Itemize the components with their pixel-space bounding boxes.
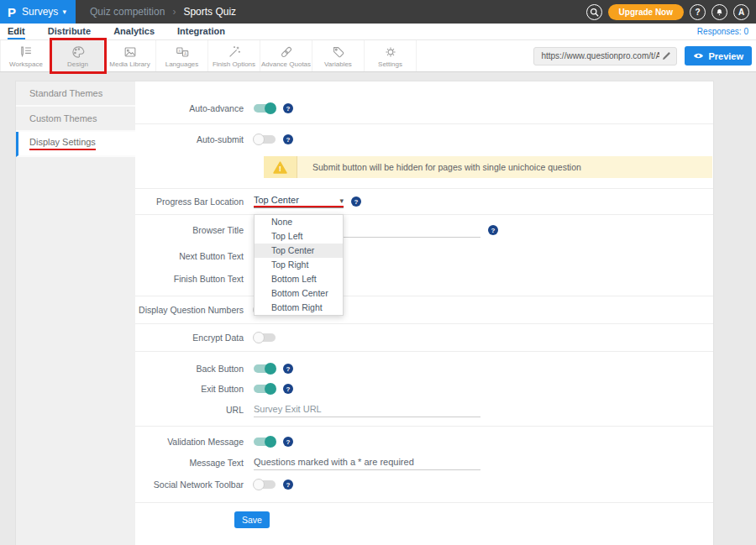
help-icon[interactable]: ? <box>488 225 498 235</box>
auto-advance-row: Auto-advance ? <box>135 93 713 123</box>
auto-submit-toggle[interactable] <box>254 135 276 144</box>
workspace-icon <box>18 45 34 60</box>
survey-url-input[interactable] <box>534 51 662 60</box>
encrypt-data-toggle[interactable] <box>254 333 276 342</box>
encrypt-data-label: Encrypt Data <box>135 333 254 343</box>
help-icon[interactable]: ? <box>351 197 361 207</box>
next-button-text-label: Next Button Text <box>135 251 254 261</box>
questionpro-logo: P <box>8 6 16 18</box>
surveys-product-menu[interactable]: P Surveys ▾ <box>0 0 76 24</box>
social-network-toolbar-row: Social Network Toolbar ? <box>135 474 713 495</box>
help-icon[interactable]: ? <box>283 364 293 374</box>
save-button[interactable]: Save <box>234 511 270 528</box>
help-icon[interactable]: ? <box>283 384 293 394</box>
warning-icon-cell: ! <box>264 156 297 178</box>
back-button-label: Back Button <box>135 364 254 374</box>
next-button-text-row: Next Button Text <box>135 245 713 267</box>
bell-icon <box>715 8 724 17</box>
sidebar-item-display-settings[interactable]: Display Settings <box>16 132 135 157</box>
finish-button-text-row: Finish Button Text <box>135 267 713 291</box>
survey-nav: Edit Distribute Analytics Integration Re… <box>0 24 756 40</box>
design-page: Standard Themes Custom Themes Display Se… <box>15 81 714 545</box>
toolbar-item-label: Media Library <box>109 60 150 68</box>
notifications-button[interactable] <box>711 4 727 20</box>
svg-text:A: A <box>183 51 186 55</box>
save-row: Save <box>234 511 713 528</box>
account-avatar[interactable]: A <box>733 4 749 20</box>
validation-message-label: Validation Message <box>135 437 254 447</box>
toolbar-item-variables[interactable]: Variables <box>312 40 365 71</box>
message-text-label: Message Text <box>135 458 254 468</box>
exit-url-label: URL <box>135 405 254 415</box>
exit-button-toggle[interactable] <box>254 385 276 393</box>
toolbar-item-label: Variables <box>324 60 352 68</box>
message-text-input[interactable] <box>254 455 480 470</box>
help-icon[interactable]: ? <box>283 103 293 113</box>
search-button[interactable] <box>586 4 602 20</box>
edit-pencil-icon[interactable] <box>662 51 671 60</box>
toolbar-item-media-library[interactable]: Media Library <box>104 40 156 71</box>
breadcrumb-folder[interactable]: Quiz competition <box>90 6 165 18</box>
design-palette-icon <box>70 45 87 60</box>
social-network-toolbar-label: Social Network Toolbar <box>135 479 254 490</box>
help-icon[interactable]: ? <box>283 437 293 447</box>
help-icon[interactable]: ? <box>283 479 293 490</box>
progress-bar-location-select[interactable]: Top Center ▾ <box>254 195 344 208</box>
back-button-toggle[interactable] <box>254 364 276 373</box>
svg-text:x: x <box>178 49 181 53</box>
survey-exit-url-input[interactable] <box>254 402 480 417</box>
toolbar-right: Preview <box>533 40 756 71</box>
tab-edit[interactable]: Edit <box>8 24 25 39</box>
preview-button[interactable]: Preview <box>685 46 752 66</box>
help-button[interactable]: ? <box>690 4 706 20</box>
breadcrumb: Quiz competition › Sports Quiz <box>90 6 236 18</box>
dropdown-option-bottom-center[interactable]: Bottom Center <box>255 286 343 301</box>
responses-count: Responses: 0 <box>697 27 748 36</box>
dropdown-option-bottom-right[interactable]: Bottom Right <box>255 301 343 315</box>
tab-analytics[interactable]: Analytics <box>113 24 155 39</box>
auto-advance-toggle[interactable] <box>254 104 276 113</box>
survey-url-box <box>533 47 677 66</box>
toolbar-item-label: Design <box>67 60 88 68</box>
message-text-row: Message Text <box>135 452 713 474</box>
eye-icon <box>693 52 704 60</box>
browser-title-row: Browser Title ? <box>135 215 713 245</box>
dropdown-option-bottom-left[interactable]: Bottom Left <box>255 272 343 286</box>
preview-label: Preview <box>708 51 743 61</box>
toolbar-item-advance-quotas[interactable]: Advance Quotas <box>260 40 312 71</box>
toolbar-item-label: Languages <box>165 60 199 68</box>
validation-message-toggle[interactable] <box>254 438 276 446</box>
help-icon[interactable]: ? <box>283 134 293 144</box>
dropdown-option-top-left[interactable]: Top Left <box>255 229 343 244</box>
auto-submit-label: Auto-submit <box>135 134 254 144</box>
tab-integration[interactable]: Integration <box>177 24 225 39</box>
toolbar-item-settings[interactable]: Settings <box>365 40 417 71</box>
breadcrumb-separator-icon: › <box>172 6 176 18</box>
toolbar-item-workspace[interactable]: Workspace <box>0 40 52 71</box>
finish-button-text-label: Finish Button Text <box>135 274 254 284</box>
sidebar-item-standard-themes[interactable]: Standard Themes <box>16 81 135 107</box>
tab-distribute[interactable]: Distribute <box>48 24 91 39</box>
browser-title-label: Browser Title <box>135 225 254 235</box>
magic-wand-icon <box>226 45 243 60</box>
upgrade-now-button[interactable]: Upgrade Now <box>608 4 684 20</box>
auto-advance-label: Auto-advance <box>135 103 254 113</box>
toolbar-item-finish-options[interactable]: Finish Options <box>208 40 260 71</box>
social-network-toolbar-toggle[interactable] <box>254 480 276 489</box>
dropdown-option-top-center[interactable]: Top Center <box>255 244 343 258</box>
selected-value: Top Center <box>254 195 299 205</box>
toolbar-item-label: Advance Quotas <box>261 60 311 68</box>
progress-bar-location-dropdown: None Top Left Top Center Top Right Botto… <box>254 214 344 316</box>
progress-bar-location-label: Progress Bar Location <box>135 197 254 207</box>
topbar-actions: Upgrade Now ? A <box>586 4 756 20</box>
toolbar-item-design[interactable]: Design <box>52 40 104 71</box>
sidebar-item-custom-themes[interactable]: Custom Themes <box>16 107 135 132</box>
chevron-down-icon: ▾ <box>62 8 66 16</box>
validation-message-row: Validation Message ? <box>135 432 713 452</box>
toolbar-item-languages[interactable]: x A Languages <box>156 40 208 71</box>
dropdown-option-top-right[interactable]: Top Right <box>255 258 343 272</box>
display-settings-panel: Auto-advance ? Auto-submit ? ! Submit bu… <box>135 81 713 545</box>
divider <box>135 502 713 503</box>
dropdown-option-none[interactable]: None <box>255 215 343 229</box>
back-button-row: Back Button ? <box>135 359 713 379</box>
